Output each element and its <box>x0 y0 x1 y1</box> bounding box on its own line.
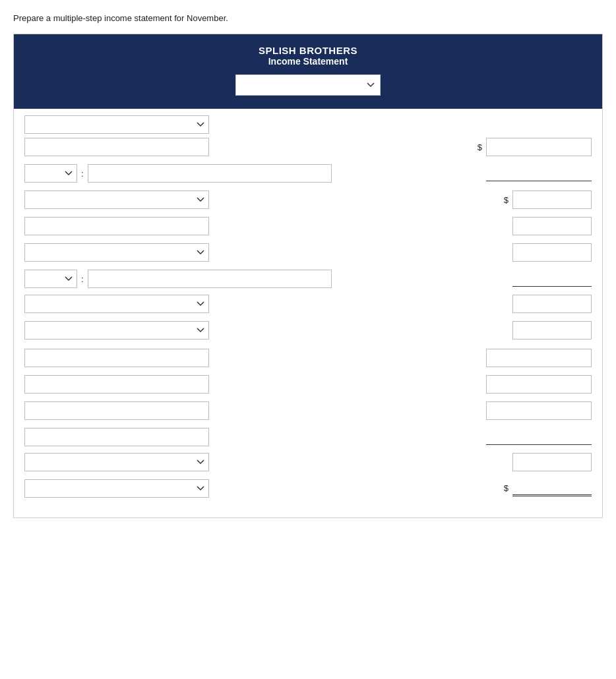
row-6-right <box>400 243 592 266</box>
row-12-left <box>24 401 394 420</box>
row1-dropdown[interactable] <box>24 115 209 134</box>
row7-right-input[interactable] <box>512 270 592 287</box>
row9-right-input[interactable] <box>512 321 592 340</box>
row-14-left <box>24 453 394 471</box>
row-8 <box>24 295 592 317</box>
row-14 <box>24 453 592 475</box>
row-11-right <box>400 375 592 398</box>
row2-dollar-sign: $ <box>477 142 482 152</box>
row-1-left <box>24 115 394 134</box>
row-5-right <box>400 217 592 239</box>
row12-label-input[interactable] <box>24 401 209 420</box>
row15-dollar-sign: $ <box>504 483 508 493</box>
row-2-right: $ <box>400 138 592 160</box>
row3-right-input[interactable] <box>486 164 592 181</box>
period-dropdown[interactable]: For the Month Ended November 30 For the … <box>235 74 381 96</box>
row4-right-input[interactable] <box>512 191 592 209</box>
row15-right-input[interactable] <box>512 479 592 496</box>
row-7-right <box>400 270 592 291</box>
row8-right-input[interactable] <box>512 295 592 313</box>
company-name: SPLISH BROTHERS <box>20 45 596 56</box>
row-1 <box>24 115 592 134</box>
row-7-left: : <box>24 270 394 288</box>
row7-dropdown[interactable] <box>24 270 77 288</box>
row-3-left: : <box>24 164 394 183</box>
row2-value-input[interactable] <box>486 138 592 156</box>
row-7-right-inner <box>400 270 592 287</box>
row13-value-input[interactable] <box>486 428 592 445</box>
row4-dollar-sign: $ <box>504 195 508 205</box>
statement-header: SPLISH BROTHERS Income Statement For the… <box>14 34 602 109</box>
row-5 <box>24 217 592 239</box>
row-11-left <box>24 375 394 394</box>
row15-dropdown[interactable] <box>24 479 209 498</box>
row-8-right-inner <box>400 295 592 313</box>
row2-label-input[interactable] <box>24 138 209 156</box>
row-12-right <box>400 401 592 424</box>
row6-dropdown[interactable] <box>24 243 209 262</box>
row-15-right: $ <box>400 479 592 500</box>
row-13 <box>24 428 592 449</box>
row10-value-input[interactable] <box>486 349 592 367</box>
row-5-left <box>24 217 394 235</box>
row-14-right-inner <box>400 453 592 471</box>
row-15-right-inner: $ <box>400 479 592 496</box>
row3-colon: : <box>81 169 84 179</box>
row-6-left <box>24 243 394 262</box>
row12-value-input[interactable] <box>486 401 592 420</box>
row-11 <box>24 375 592 398</box>
form-body: $ : <box>14 109 602 517</box>
row-8-left <box>24 295 394 313</box>
row3-dropdown[interactable] <box>24 164 77 183</box>
header-period-row: For the Month Ended November 30 For the … <box>20 74 596 96</box>
row14-dropdown[interactable] <box>24 453 209 471</box>
row4-dropdown[interactable] <box>24 191 209 209</box>
statement-container: SPLISH BROTHERS Income Statement For the… <box>13 34 603 518</box>
row-2: $ <box>24 138 592 160</box>
row-6-right-inner <box>400 243 592 262</box>
row-10-left <box>24 349 394 367</box>
row-4: $ <box>24 191 592 213</box>
row-13-right <box>400 428 592 449</box>
row-9 <box>24 321 592 343</box>
row-2-left <box>24 138 394 156</box>
row-9-left <box>24 321 394 340</box>
row-3-right-inner <box>400 164 592 181</box>
row10-label-input[interactable] <box>24 349 209 367</box>
row11-value-input[interactable] <box>486 375 592 394</box>
row-12 <box>24 401 592 424</box>
row-15: $ <box>24 479 592 500</box>
row-3: : <box>24 164 592 185</box>
row-13-right-inner <box>400 428 592 445</box>
row-10 <box>24 349 592 371</box>
row-5-right-inner <box>400 217 592 235</box>
row5-right-input[interactable] <box>512 217 592 235</box>
statement-title: Income Statement <box>20 56 596 67</box>
row-9-right <box>400 321 592 343</box>
row-11-right-inner <box>400 375 592 394</box>
row-3-right <box>400 164 592 185</box>
row-4-left <box>24 191 394 209</box>
row8-dropdown[interactable] <box>24 295 209 313</box>
row-15-left <box>24 479 394 498</box>
row-8-right <box>400 295 592 317</box>
row-14-right <box>400 453 592 475</box>
row7-colon: : <box>81 274 84 284</box>
row3-text-input[interactable] <box>88 164 332 183</box>
row-9-right-inner <box>400 321 592 340</box>
row7-text-input[interactable] <box>88 270 332 288</box>
row-13-left <box>24 428 394 446</box>
row-7: : <box>24 270 592 291</box>
row-12-right-inner <box>400 401 592 420</box>
row6-right-input[interactable] <box>512 243 592 262</box>
row-4-right-inner: $ <box>400 191 592 209</box>
row14-right-input[interactable] <box>512 453 592 471</box>
row-4-right: $ <box>400 191 592 213</box>
row11-label-input[interactable] <box>24 375 209 394</box>
row-2-right-inner: $ <box>400 138 592 156</box>
row-10-right-inner <box>400 349 592 367</box>
row-10-right <box>400 349 592 371</box>
row9-dropdown[interactable] <box>24 321 209 340</box>
row13-label-input[interactable] <box>24 428 209 446</box>
row5-label-input[interactable] <box>24 217 209 235</box>
